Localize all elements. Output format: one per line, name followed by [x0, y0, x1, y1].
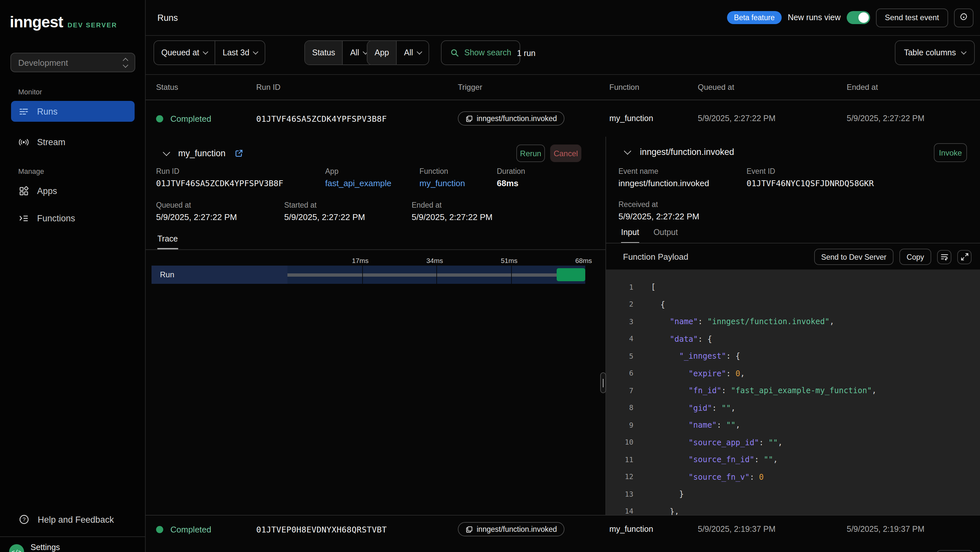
gear-icon — [959, 12, 969, 23]
logo: inngest DEV SERVER — [10, 13, 117, 31]
partial-button[interactable] — [936, 550, 973, 552]
send-test-event-button[interactable]: Send test event — [876, 8, 948, 27]
field-event-name: Event name inngest/function.invoked — [619, 167, 709, 188]
new-runs-view-toggle[interactable] — [846, 11, 870, 24]
line-number: 8 — [606, 404, 633, 412]
app-link[interactable]: fast_api_example — [325, 179, 391, 188]
sidebar-item-label: Runs — [37, 107, 57, 116]
event-window-icon — [466, 115, 473, 122]
settings-gear-button[interactable] — [954, 8, 974, 27]
app-window: inngest DEV SERVER Development Monitor R… — [0, 0, 980, 552]
col-queued-at: Queued at — [698, 83, 847, 92]
trigger-name: inngest/function.invoked — [477, 525, 557, 533]
collapse-chevron-icon[interactable] — [163, 148, 170, 156]
function-link[interactable]: my_function — [420, 179, 465, 188]
payload-code-editor[interactable]: 1[2 {3 "name": "inngest/function.invoked… — [606, 270, 980, 515]
app-filter-dropdown[interactable]: All — [396, 41, 429, 64]
trace-gridline — [362, 266, 363, 284]
collapse-chevron-icon[interactable] — [624, 147, 632, 155]
trace-tick-label: 17ms — [352, 257, 368, 264]
trace-gridline — [436, 266, 437, 284]
function-name: my_function — [609, 525, 698, 534]
chevron-down-icon — [961, 49, 967, 55]
line-number: 2 — [606, 300, 633, 309]
code-line: 12 "source_fn_v": 0 — [606, 468, 980, 486]
help-icon: ? — [19, 514, 29, 525]
toggle-knob — [858, 12, 869, 23]
panel-resize-handle[interactable] — [600, 372, 606, 393]
col-ended-at: Ended at — [847, 83, 970, 92]
table-columns-button[interactable]: Table columns — [895, 40, 975, 65]
sidebar-item-runs[interactable]: Runs — [11, 101, 135, 122]
trace-run-label: Run — [151, 266, 288, 284]
table-row[interactable]: Completed 01JTVF46SA5ZCDK4YPFSPV3B8F inn… — [146, 100, 980, 137]
field-started-at: Started at 5/9/2025, 2:27:22 PM — [284, 201, 365, 222]
trace-run-row[interactable]: Run — [151, 266, 585, 284]
run-id: 01JTVF46SA5ZCDK4YPFSPV3B8F — [256, 113, 458, 123]
help-and-feedback[interactable]: ? Help and Feedback — [11, 509, 135, 530]
queued-at-dropdown[interactable]: Queued at — [154, 41, 215, 64]
apps-icon — [19, 186, 29, 196]
sidebar-item-apps[interactable]: Apps — [11, 180, 135, 201]
time-range-label: Last 3d — [223, 48, 250, 57]
col-run-id: Run ID — [256, 83, 458, 92]
chevron-down-icon — [417, 49, 422, 55]
functions-icon — [19, 213, 29, 223]
function-name: my_function — [609, 114, 698, 123]
rerun-button[interactable]: Rerun — [516, 145, 545, 162]
code-line: 10 "source_app_id": "", — [606, 434, 980, 451]
line-number: 9 — [606, 421, 633, 430]
field-function: Function my_function — [420, 167, 465, 188]
code-line: 1[ — [606, 279, 980, 296]
time-range-dropdown[interactable]: Last 3d — [215, 41, 265, 64]
cancel-button[interactable]: Cancel — [550, 145, 581, 162]
status-value: Completed — [170, 113, 212, 123]
table-header: Status Run ID Trigger Function Queued at… — [146, 75, 980, 100]
trace-run-segment[interactable] — [557, 268, 585, 281]
status-dot — [156, 526, 163, 533]
run-id: 01JTVEP0H8EVDNYXH68QRSTVBT — [256, 524, 458, 534]
trace-timeline — [288, 266, 585, 284]
status-value: Completed — [170, 524, 212, 534]
trigger-pill[interactable]: inngest/function.invoked — [458, 111, 565, 126]
trigger-pill[interactable]: inngest/function.invoked — [458, 522, 565, 536]
send-to-dev-server-button[interactable]: Send to Dev Server — [814, 249, 894, 265]
sidebar-item-stream[interactable]: Stream — [11, 131, 135, 152]
line-number: 10 — [606, 439, 633, 447]
line-number: 4 — [606, 335, 633, 343]
line-number: 11 — [606, 456, 633, 464]
trace-gridline — [511, 266, 511, 284]
main-area: Runs Beta feature New runs view Send tes… — [146, 0, 980, 552]
field-event-id: Event ID 01JTVF46NYC1QSFJDNRDQ58GKR — [746, 167, 874, 188]
code-line: 9 "name": "", — [606, 416, 980, 434]
sidebar-item-functions[interactable]: Functions — [11, 207, 135, 228]
event-detail-panel: inngest/function.invoked Invoke Event na… — [605, 137, 980, 515]
tab-trace[interactable]: Trace — [158, 235, 178, 249]
show-search-button[interactable]: Show search — [441, 40, 520, 65]
logo-text: inngest — [10, 13, 63, 31]
col-trigger: Trigger — [458, 83, 609, 92]
word-wrap-button[interactable] — [937, 250, 951, 264]
run-detail-panel: my_function Rerun Cancel Run ID 01JTVF46… — [146, 137, 980, 515]
tab-input[interactable]: Input — [621, 228, 639, 244]
bottom-strip — [146, 543, 980, 552]
word-wrap-icon — [940, 252, 948, 261]
event-title: inngest/function.invoked — [640, 147, 734, 157]
code-line: 2 { — [606, 296, 980, 313]
table-row[interactable]: Completed 01JTVEP0H8EVDNYXH68QRSTVBT inn… — [146, 515, 980, 543]
external-link-icon[interactable] — [235, 149, 243, 158]
code-avatar: </> — [9, 544, 24, 552]
help-label: Help and Feedback — [38, 515, 114, 524]
line-number: 3 — [606, 317, 633, 326]
copy-button[interactable]: Copy — [899, 249, 931, 265]
settings-footer: </> Settings Dev Server — [0, 536, 146, 552]
expand-button[interactable] — [957, 250, 972, 264]
code-line: 8 "gid": "", — [606, 399, 980, 416]
settings-button[interactable]: </> Settings Dev Server — [9, 543, 66, 552]
code-line: 3 "name": "inngest/function.invoked", — [606, 313, 980, 330]
trace-tick-label: 51ms — [501, 257, 517, 264]
run-detail-left: my_function Rerun Cancel Run ID 01JTVF46… — [146, 137, 605, 515]
tab-output[interactable]: Output — [654, 228, 678, 244]
environment-select[interactable]: Development — [10, 53, 135, 72]
invoke-button[interactable]: Invoke — [934, 143, 967, 162]
